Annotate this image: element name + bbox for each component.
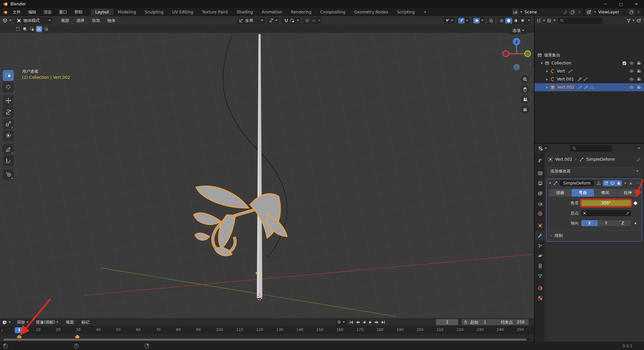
timeline-scrollbar-thumb[interactable]: [3, 339, 527, 341]
axis-button-x[interactable]: X: [581, 220, 598, 226]
timeline-editor-button[interactable]: [2, 320, 11, 325]
flower-mesh[interactable]: [194, 186, 287, 274]
workspace-tab-4[interactable]: Texture Paint: [198, 9, 232, 15]
tool-cursor[interactable]: [3, 82, 14, 92]
maximize-button[interactable]: □: [613, 2, 629, 6]
outliner-row-vert[interactable]: ▶Vert: [535, 67, 644, 75]
properties-tab-tool[interactable]: [535, 156, 545, 165]
select-mode-invert[interactable]: [36, 26, 42, 32]
tool-transform[interactable]: [3, 130, 14, 141]
deform-tab-1[interactable]: 弯曲: [572, 189, 594, 197]
pin-icon[interactable]: [636, 157, 641, 162]
show-on-cage-toggle[interactable]: [595, 180, 602, 186]
deform-tab-0[interactable]: 扭曲: [549, 189, 571, 197]
close-button[interactable]: ✕: [629, 2, 644, 6]
play-button[interactable]: [367, 319, 374, 325]
workspace-tab-0[interactable]: Layout: [91, 9, 113, 15]
start-frame-field[interactable]: 起始: [470, 319, 478, 325]
shading-material-icon[interactable]: [512, 18, 519, 23]
mode-dropdown[interactable]: 物体模式: [15, 17, 53, 24]
outliner-row-vert-001[interactable]: ▶Vert.001: [535, 75, 644, 83]
workspace-tab-1[interactable]: Modeling: [113, 9, 141, 15]
tool-measure[interactable]: [3, 155, 14, 166]
axis-button-y[interactable]: Y: [598, 220, 614, 226]
pivot-dropdown[interactable]: [267, 17, 279, 24]
tool-scale[interactable]: [3, 118, 14, 129]
workspace-tab-2[interactable]: Sculpting: [140, 9, 168, 15]
jump-to-end-button[interactable]: [380, 319, 386, 325]
render-toggle[interactable]: [615, 180, 622, 186]
disable-render-icon[interactable]: [637, 85, 641, 90]
current-frame-field[interactable]: 1: [436, 319, 458, 325]
new-collection-icon[interactable]: [637, 18, 641, 23]
end-frame-field[interactable]: 结束点: [501, 319, 513, 325]
add-modifier-dropdown[interactable]: 添加修改器: [547, 167, 641, 175]
axis-button-z[interactable]: Z: [614, 220, 631, 226]
editor-type-button[interactable]: [2, 18, 11, 23]
tool-box-select[interactable]: [3, 70, 14, 81]
shading-solid-icon[interactable]: [505, 18, 512, 23]
edit-mode-toggle[interactable]: [603, 180, 609, 186]
topbar-menu-1[interactable]: 编辑: [24, 9, 40, 15]
row-label[interactable]: Collection: [551, 61, 571, 65]
eyedropper-icon[interactable]: [626, 211, 630, 215]
hide-eye-icon[interactable]: [629, 69, 634, 73]
expand-arrow[interactable]: ▶: [546, 78, 550, 81]
navigation-gizmo[interactable]: Z: [502, 36, 532, 63]
select-mode-extend[interactable]: [22, 26, 28, 32]
topbar-menu-4[interactable]: 帮助: [71, 9, 86, 15]
disable-render-icon[interactable]: [637, 69, 641, 73]
viewport-menu-1[interactable]: 选择: [73, 18, 88, 23]
row-label[interactable]: Vert.002: [557, 85, 574, 90]
orientation-dropdown[interactable]: 全局: [236, 17, 265, 24]
proportional-edit-icon[interactable]: [304, 18, 311, 23]
outliner-filter-button[interactable]: [627, 18, 635, 23]
modifier-name-field[interactable]: SimpleDeform: [560, 180, 594, 186]
viewport-canvas[interactable]: 用户透视 (1) Collection | Vert.002 Z ‹: [0, 33, 534, 318]
keyframe-strip[interactable]: [0, 334, 534, 342]
outliner-editor-button[interactable]: [537, 18, 545, 23]
deform-tab-3[interactable]: 拉伸: [617, 189, 639, 197]
outliner-row-collection[interactable]: ▼Collection: [535, 59, 644, 67]
delete-modifier-button[interactable]: ×: [629, 181, 633, 186]
properties-search[interactable]: [570, 145, 612, 152]
expand-arrow[interactable]: ▼: [541, 62, 545, 65]
playhead-badge[interactable]: 1: [15, 327, 23, 333]
properties-tab-object-data[interactable]: [535, 271, 545, 281]
properties-tab-object[interactable]: [535, 221, 545, 230]
properties-tab-texture[interactable]: [535, 293, 545, 303]
falloff-icon[interactable]: [311, 18, 317, 23]
breadcrumb-object[interactable]: Vert.002: [555, 157, 572, 162]
workspace-tab-6[interactable]: Animation: [257, 9, 286, 15]
properties-editor-button[interactable]: [537, 145, 548, 152]
ortho-toggle-button[interactable]: [521, 105, 529, 114]
tool-move[interactable]: [3, 95, 14, 106]
workspace-tab-10[interactable]: Scripting: [392, 9, 419, 15]
scene-name[interactable]: Scene: [525, 10, 564, 14]
pan-hand-button[interactable]: [521, 85, 529, 94]
outliner-row-vert-002[interactable]: ▶Vert.002: [535, 83, 644, 91]
timeline-menu-3[interactable]: 标记: [77, 319, 93, 325]
angle-field[interactable]: 300°: [581, 200, 631, 206]
gizmos-dropdown[interactable]: [457, 17, 470, 24]
jump-to-start-button[interactable]: [348, 319, 355, 325]
topbar-menu-0[interactable]: 文件: [9, 9, 24, 15]
end-frame-value[interactable]: 250: [517, 320, 525, 324]
blender-menu-icon[interactable]: [3, 10, 8, 15]
timeline-menu-0[interactable]: 回放: [13, 319, 32, 325]
start-frame-value[interactable]: 1: [484, 320, 486, 324]
properties-tab-constraints[interactable]: [535, 261, 545, 270]
region-expand-arrow[interactable]: ›: [1, 328, 3, 333]
row-label[interactable]: Vert.001: [557, 77, 574, 82]
keyframe-diamond-button[interactable]: [633, 201, 638, 205]
panel-expand-chevron[interactable]: [549, 183, 551, 184]
zoom-button[interactable]: [521, 75, 529, 84]
scene-selector[interactable]: Scene ×: [512, 9, 583, 15]
new-viewlayer-icon[interactable]: [628, 9, 635, 15]
tool-annotate[interactable]: [3, 144, 14, 155]
hide-eye-icon[interactable]: [629, 85, 634, 90]
outliner-display-mode-button[interactable]: [547, 18, 555, 23]
origin-field[interactable]: [581, 210, 631, 216]
properties-tab-view-layer[interactable]: [535, 189, 545, 198]
shading-rendered-icon[interactable]: [519, 18, 526, 23]
